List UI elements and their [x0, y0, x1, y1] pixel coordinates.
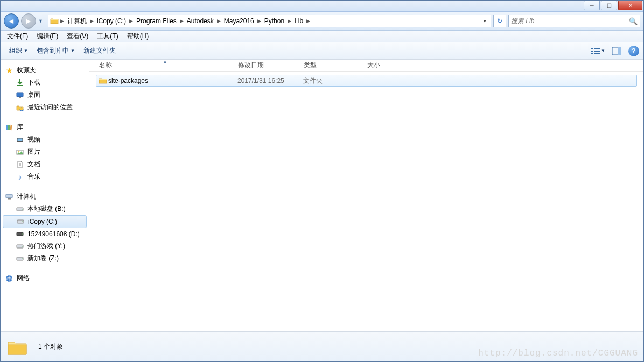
svg-rect-19 — [23, 138, 23, 142]
favorites-label: 收藏夹 — [17, 66, 36, 75]
sidebar-item-drive-d[interactable]: 15249061608 (D:) — [1, 228, 89, 240]
libraries-header[interactable]: 库 — [1, 121, 89, 133]
file-items: site-packages 2017/1/31 16:25 文件夹 — [89, 72, 643, 90]
drive-icon — [16, 254, 24, 263]
computer-header[interactable]: 计算机 — [1, 190, 89, 203]
back-button[interactable]: ◄ — [4, 13, 19, 29]
svg-point-33 — [22, 233, 23, 235]
maximize-button[interactable]: ☐ — [601, 1, 617, 10]
chevron-right-icon[interactable]: ▶ — [89, 18, 95, 24]
chevron-right-icon[interactable]: ▶ — [59, 18, 65, 24]
column-header-size[interactable]: 大小 — [364, 61, 412, 70]
status-count: 1 个对象 — [38, 342, 63, 351]
sidebar-item-label: 音乐 — [27, 172, 40, 181]
address-dropdown[interactable]: ▾ — [480, 15, 489, 27]
desktop-icon — [16, 91, 24, 100]
network-header[interactable]: 网络 — [1, 272, 89, 285]
breadcrumb[interactable]: Autodesk — [185, 15, 216, 27]
drive-icon — [16, 205, 24, 214]
chevron-right-icon[interactable]: ▶ — [286, 18, 292, 24]
breadcrumb[interactable]: Python — [262, 15, 286, 27]
chevron-right-icon[interactable]: ▶ — [256, 18, 262, 24]
column-headers: 名称 ▲ 修改日期 类型 大小 — [89, 60, 643, 72]
sidebar-item-label: 新加卷 (Z:) — [27, 254, 59, 263]
music-icon: ♪ — [16, 173, 24, 181]
svg-rect-10 — [19, 97, 21, 98]
menu-file[interactable]: 文件(F) — [3, 31, 32, 42]
menu-bar: 文件(F) 编辑(E) 查看(V) 工具(T) 帮助(H) — [1, 31, 643, 42]
favorites-header[interactable]: ★ 收藏夹 — [1, 64, 89, 76]
sort-asc-icon: ▲ — [163, 59, 167, 64]
sidebar-item-recent[interactable]: 最近访问的位置 — [1, 101, 89, 113]
view-mode-button[interactable]: ▼ — [590, 45, 607, 57]
column-header-name[interactable]: 名称 ▲ — [96, 61, 235, 70]
sidebar-item-label: 图片 — [27, 147, 40, 157]
organize-button[interactable]: 组织 ▼ — [5, 44, 32, 58]
sidebar-item-drive-z[interactable]: 新加卷 (Z:) — [1, 252, 89, 265]
column-header-type[interactable]: 类型 — [300, 61, 364, 70]
documents-icon — [16, 160, 24, 169]
svg-rect-4 — [591, 53, 593, 54]
chevron-right-icon[interactable]: ▶ — [179, 18, 185, 24]
svg-rect-9 — [17, 93, 23, 97]
sidebar-item-videos[interactable]: 视频 — [1, 133, 89, 146]
watermark: http://blog.csdn.net/CGGUANG — [478, 349, 638, 358]
minimize-button[interactable]: ─ — [584, 1, 600, 10]
chevron-right-icon[interactable]: ▶ — [305, 18, 311, 24]
search-box[interactable]: 🔍 — [508, 15, 640, 27]
svg-point-21 — [18, 151, 20, 152]
nav-history-dropdown[interactable]: ▼ — [38, 18, 46, 24]
sidebar-item-documents[interactable]: 文档 — [1, 158, 89, 171]
svg-rect-8 — [17, 85, 23, 86]
sidebar-item-label: iCopy (C:) — [28, 218, 57, 225]
forward-button[interactable]: ► — [21, 13, 36, 29]
breadcrumb[interactable]: Lib — [292, 15, 305, 27]
menu-help[interactable]: 帮助(H) — [123, 31, 153, 42]
address-row: ◄ ► ▼ ▶ 计算机 ▶ iCopy (C:) ▶ Program Files… — [1, 12, 643, 31]
menu-edit[interactable]: 编辑(E) — [32, 31, 62, 42]
sidebar-item-downloads[interactable]: 下载 — [1, 76, 89, 89]
breadcrumb[interactable]: Program Files — [134, 15, 179, 27]
menu-tools[interactable]: 工具(T) — [93, 31, 122, 42]
breadcrumb[interactable]: 计算机 — [65, 15, 89, 27]
sidebar-item-drive-y[interactable]: 热门游戏 (Y:) — [1, 240, 89, 252]
preview-pane-button[interactable] — [608, 45, 625, 57]
search-input[interactable] — [511, 17, 629, 25]
network-label: 网络 — [17, 274, 30, 283]
svg-rect-26 — [8, 198, 11, 200]
svg-rect-25 — [6, 194, 12, 198]
menu-view[interactable]: 查看(V) — [62, 31, 93, 42]
include-in-library-button[interactable]: 包含到库中 ▼ — [32, 44, 79, 58]
sidebar-item-desktop[interactable]: 桌面 — [1, 89, 89, 101]
chevron-right-icon[interactable]: ▶ — [128, 18, 134, 24]
computer-icon — [5, 193, 13, 201]
svg-rect-17 — [18, 138, 23, 141]
drive-icon — [16, 230, 24, 238]
refresh-button[interactable]: ↻ — [493, 15, 506, 27]
favorites-group: ★ 收藏夹 下载 桌面 最近访问的位置 — [1, 64, 89, 113]
sidebar-item-music[interactable]: ♪ 音乐 — [1, 171, 89, 183]
new-folder-button[interactable]: 新建文件夹 — [79, 44, 120, 58]
drive-icon — [16, 242, 24, 251]
library-icon — [5, 123, 13, 132]
sidebar-item-pictures[interactable]: 图片 — [1, 146, 89, 158]
address-bar[interactable]: ▶ 计算机 ▶ iCopy (C:) ▶ Program Files ▶ Aut… — [48, 15, 491, 27]
window-buttons: ─ ☐ ✕ — [584, 1, 643, 11]
chevron-right-icon[interactable]: ▶ — [216, 18, 222, 24]
svg-rect-27 — [7, 200, 11, 200]
folder-icon — [6, 336, 29, 358]
sidebar-item-drive-b[interactable]: 本地磁盘 (B:) — [1, 203, 89, 215]
sidebar-item-drive-c[interactable]: iCopy (C:) — [3, 215, 87, 228]
computer-group: 计算机 本地磁盘 (B:) iCopy (C:) 15249061608 (D:… — [1, 190, 89, 265]
breadcrumb[interactable]: iCopy (C:) — [95, 15, 128, 27]
svg-point-35 — [22, 246, 23, 247]
column-header-date[interactable]: 修改日期 — [235, 61, 300, 70]
svg-line-12 — [23, 110, 24, 111]
breadcrumb[interactable]: Maya2016 — [222, 15, 256, 27]
search-icon[interactable]: 🔍 — [629, 17, 638, 25]
file-row[interactable]: site-packages 2017/1/31 16:25 文件夹 — [96, 75, 637, 87]
close-button[interactable]: ✕ — [618, 1, 642, 10]
svg-point-29 — [22, 209, 23, 210]
help-button[interactable]: ? — [628, 46, 639, 56]
navigation-pane: ★ 收藏夹 下载 桌面 最近访问的位置 — [1, 60, 89, 331]
